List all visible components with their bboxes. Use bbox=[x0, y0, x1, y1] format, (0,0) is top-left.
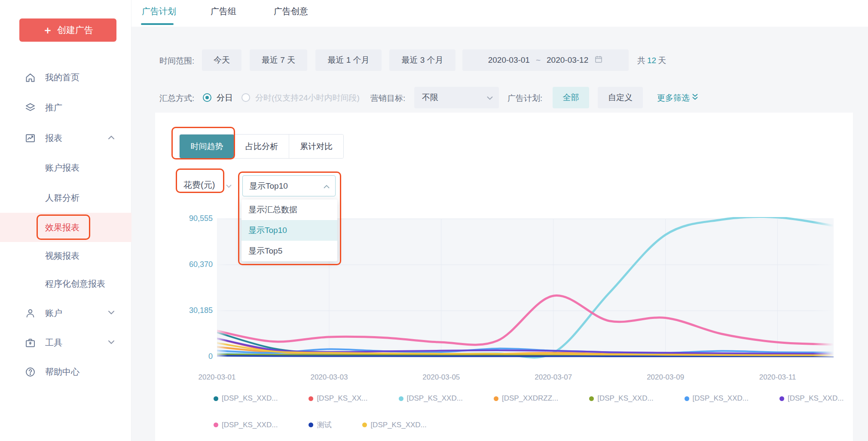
marketing-goal-select[interactable]: 不限 bbox=[414, 87, 499, 108]
option-show-top10[interactable]: 显示Top10 bbox=[241, 220, 337, 241]
metric-selector[interactable]: 花费(元) bbox=[183, 179, 215, 191]
tab-ad-plan[interactable]: 广告计划 bbox=[142, 6, 176, 17]
radio-hourly[interactable] bbox=[241, 93, 250, 102]
legend-dot bbox=[685, 396, 689, 401]
legend-dot bbox=[399, 396, 403, 401]
legend-dot bbox=[779, 396, 784, 401]
legend-item[interactable]: [DSP_XXDRZZ... bbox=[494, 394, 558, 403]
legend-item[interactable]: [DSP_KS_XXD... bbox=[214, 394, 278, 403]
create-ad-label: 创建广告 bbox=[57, 24, 93, 36]
legend-dot bbox=[309, 423, 313, 427]
sidebar-item-audience-analysis[interactable]: 人群分析 bbox=[0, 185, 131, 210]
x-axis-tick: 2020-03-01 bbox=[189, 373, 245, 382]
plus-icon: ＋ bbox=[43, 25, 53, 35]
sidebar-item-label: 账户报表 bbox=[45, 162, 79, 174]
sidebar-item-programmatic-creative-report[interactable]: 程序化创意报表 bbox=[0, 271, 131, 296]
chevron-down-icon[interactable] bbox=[226, 182, 232, 190]
legend-label: [DSP_KS_XXD... bbox=[222, 394, 278, 403]
radio-daily-label[interactable]: 分日 bbox=[217, 92, 233, 104]
more-filters-button[interactable]: 更多筛选 bbox=[657, 92, 698, 104]
chart-tab-share-analysis[interactable]: 占比分析 bbox=[234, 135, 289, 158]
sidebar-item-label: 人群分析 bbox=[45, 192, 79, 204]
date-tilde: ~ bbox=[536, 55, 541, 65]
sidebar-item-label: 账户 bbox=[45, 307, 62, 319]
marketing-goal-label: 营销目标: bbox=[370, 93, 405, 104]
date-range-picker[interactable]: 2020-03-01 ~ 2020-03-12 bbox=[462, 49, 629, 71]
x-axis-tick: 2020-03-11 bbox=[750, 373, 806, 382]
radio-hourly-label[interactable]: 分时(仅支持24小时内时间段) bbox=[255, 92, 360, 104]
x-axis-tick: 2020-03-07 bbox=[526, 373, 581, 382]
option-show-top5[interactable]: 显示Top5 bbox=[241, 241, 337, 261]
y-axis-tick: 0 bbox=[165, 352, 213, 361]
legend-item[interactable]: [DSP_KS_XXD... bbox=[399, 394, 463, 403]
sidebar: ＋ 创建广告 我的首页 推广 报表 账户报表 bbox=[0, 0, 131, 441]
legend-label: [DSP_KS_XXD... bbox=[407, 394, 463, 403]
legend-row-2: [DSP_KS_XXD...测试[DSP_KS_XXD... bbox=[214, 420, 427, 430]
app-root: ＋ 创建广告 我的首页 推广 报表 账户报表 bbox=[0, 0, 868, 441]
legend-item[interactable]: [DSP_KS_XXD... bbox=[779, 394, 844, 403]
preset-1month-button[interactable]: 最近 1 个月 bbox=[315, 49, 382, 71]
top-n-value: 显示Top10 bbox=[243, 181, 324, 192]
x-axis-tick: 2020-03-09 bbox=[638, 373, 694, 382]
entity-tabbar: 广告计划 广告组 广告创意 bbox=[131, 0, 868, 27]
sidebar-item-label: 推广 bbox=[45, 102, 62, 113]
legend-label: [DSP_KS_XXD... bbox=[788, 394, 844, 403]
tab-ad-group[interactable]: 广告组 bbox=[211, 6, 236, 17]
option-show-summary[interactable]: 显示汇总数据 bbox=[241, 199, 337, 220]
chart-tab-cumulative-compare[interactable]: 累计对比 bbox=[289, 135, 343, 158]
sidebar-item-home[interactable]: 我的首页 bbox=[0, 65, 131, 90]
layers-icon bbox=[24, 101, 37, 114]
sidebar-item-label: 视频报表 bbox=[45, 250, 79, 262]
campaign-label: 广告计划: bbox=[507, 93, 542, 104]
sidebar-item-effect-report[interactable]: 效果报表 bbox=[0, 213, 131, 242]
legend-item[interactable]: [DSP_KS_XX... bbox=[309, 394, 367, 403]
legend-label: [DSP_KS_XXD... bbox=[370, 421, 426, 429]
preset-today-button[interactable]: 今天 bbox=[202, 49, 241, 71]
legend-dot bbox=[362, 423, 367, 427]
sidebar-item-label: 程序化创意报表 bbox=[45, 278, 105, 290]
chevron-down-icon bbox=[107, 339, 115, 346]
sidebar-item-tools[interactable]: 工具 bbox=[0, 330, 131, 355]
sidebar-item-help-center[interactable]: 帮助中心 bbox=[0, 359, 131, 384]
legend-row-1: [DSP_KS_XXD...[DSP_KS_XX...[DSP_KS_XXD..… bbox=[214, 394, 844, 403]
campaign-custom-button[interactable]: 自定义 bbox=[598, 87, 643, 108]
date-start: 2020-03-01 bbox=[488, 55, 530, 65]
legend-dot bbox=[589, 396, 594, 401]
chart-view-tabs: 时间趋势 占比分析 累计对比 bbox=[179, 134, 344, 159]
sidebar-item-label: 报表 bbox=[45, 132, 62, 144]
sidebar-item-video-report[interactable]: 视频报表 bbox=[0, 243, 131, 268]
radio-daily[interactable] bbox=[203, 93, 211, 102]
marketing-goal-value: 不限 bbox=[414, 92, 487, 103]
preset-3months-button[interactable]: 最近 3 个月 bbox=[389, 49, 455, 71]
top-n-select[interactable]: 显示Top10 bbox=[242, 175, 336, 196]
campaign-all-button[interactable]: 全部 bbox=[553, 87, 589, 108]
sidebar-item-label: 工具 bbox=[45, 337, 62, 349]
sidebar-item-account[interactable]: 账户 bbox=[0, 300, 131, 325]
create-ad-button[interactable]: ＋ 创建广告 bbox=[19, 18, 116, 42]
legend-dot bbox=[214, 396, 218, 401]
tab-ad-creative[interactable]: 广告创意 bbox=[274, 6, 308, 17]
legend-label: 测试 bbox=[317, 420, 331, 430]
report-chart-icon bbox=[24, 132, 37, 144]
preset-7days-button[interactable]: 最近 7 天 bbox=[250, 49, 307, 71]
legend-item[interactable]: [DSP_KS_XXD... bbox=[589, 394, 653, 403]
chevron-up-icon bbox=[107, 134, 115, 142]
sidebar-item-account-report[interactable]: 账户报表 bbox=[0, 155, 131, 180]
home-icon bbox=[24, 71, 37, 84]
legend-item[interactable]: [DSP_KS_XXD... bbox=[685, 394, 749, 403]
sidebar-item-promotion[interactable]: 推广 bbox=[0, 95, 131, 120]
main-content: 广告计划 广告组 广告创意 时间范围: 今天 最近 7 天 最近 1 个月 最近… bbox=[131, 0, 868, 441]
legend-item[interactable]: [DSP_KS_XXD... bbox=[214, 420, 278, 430]
active-tab-underline bbox=[141, 23, 174, 25]
legend-label: [DSP_KS_XX... bbox=[317, 394, 367, 403]
time-range-label: 时间范围: bbox=[159, 55, 194, 67]
legend-item[interactable]: 测试 bbox=[309, 420, 331, 430]
chart-tab-time-trend[interactable]: 时间趋势 bbox=[180, 135, 234, 158]
chevron-down-icon bbox=[487, 93, 499, 102]
date-end: 2020-03-12 bbox=[547, 55, 588, 65]
top-n-dropdown: 显示汇总数据 显示Top10 显示Top5 bbox=[241, 199, 337, 261]
sidebar-item-reports[interactable]: 报表 bbox=[0, 126, 131, 150]
legend-item[interactable]: [DSP_KS_XXD... bbox=[362, 420, 426, 430]
total-days-number: 12 bbox=[645, 56, 658, 65]
total-days: 共12天 bbox=[637, 55, 666, 66]
